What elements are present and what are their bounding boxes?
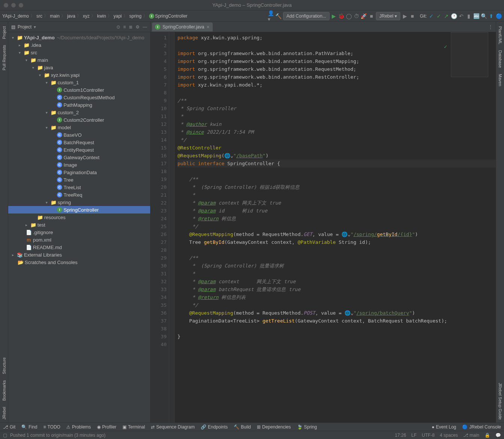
status-encoding[interactable]: UTF-8 (422, 433, 435, 438)
git-update-icon[interactable]: ✓ (428, 13, 434, 19)
git-history-icon[interactable]: 🕐 (451, 13, 457, 19)
project-tree[interactable]: ▾📁YApi-J_demo~/Documents/IdeaProjects/YA… (8, 32, 150, 423)
gear-icon[interactable]: ⚙ (136, 24, 140, 30)
tree-class-springcontroller[interactable]: I SpringController (8, 206, 150, 214)
tree-folder-model[interactable]: ▾📁model (8, 124, 150, 131)
git-rollback-icon[interactable]: ↶ (458, 13, 464, 19)
tool-build[interactable]: 🔨 Build (234, 424, 251, 430)
tree-class[interactable]: C Tree (8, 176, 150, 184)
tree-class[interactable]: C PathMapping (8, 101, 150, 109)
translate-icon[interactable]: 🔤 (473, 13, 479, 19)
tree-folder-test[interactable]: ▸📁test (8, 221, 150, 228)
tree-scratches[interactable]: 📂Scratches and Consoles (8, 258, 150, 266)
tree-class[interactable]: C TreeReq (8, 191, 150, 199)
close-window-icon[interactable] (4, 3, 8, 7)
tree-class[interactable]: C BatchRequest (8, 139, 150, 146)
close-tab-icon[interactable]: × (206, 24, 209, 30)
tree-file-readme[interactable]: 📄README.md (8, 243, 150, 251)
tool-find[interactable]: 🔍 Find (21, 424, 37, 430)
tree-folder-main[interactable]: ▾📁main (8, 56, 150, 64)
tree-class[interactable]: C PaginationData (8, 169, 150, 176)
tree-file-gitignore[interactable]: 📄.gitignore (8, 228, 150, 236)
tree-class[interactable]: C CustomRequestMethod (8, 94, 150, 101)
breadcrumb[interactable]: YApi-J_demo〉 src〉 main〉 java〉 xyz〉 kwin〉… (2, 13, 188, 19)
tree-folder-spring[interactable]: ▾📁spring (8, 199, 150, 206)
tree-folder-resources[interactable]: 📁resources (8, 214, 150, 221)
updates-icon[interactable]: ⬆ (488, 13, 494, 19)
debug-icon[interactable]: 🐞 (338, 13, 344, 19)
breadcrumb-item[interactable]: kwin (97, 13, 106, 19)
tool-dependencies[interactable]: ⊞ Dependencies (257, 424, 291, 430)
status-branch[interactable]: ⎇ main (463, 433, 479, 438)
tool-todo[interactable]: ≡ TODO (43, 424, 60, 430)
profile-icon[interactable]: ⏱ (353, 13, 359, 19)
tree-class[interactable]: C EntityRequest (8, 146, 150, 154)
tool-pull-requests[interactable]: Pull Requests (2, 45, 6, 70)
breadcrumb-item[interactable]: spring (129, 13, 142, 19)
breadcrumb-item[interactable]: java (67, 13, 75, 19)
status-lock-icon[interactable]: 🔒 (485, 433, 490, 438)
jrebel-toolbar-icon[interactable]: 🔵 (496, 13, 502, 19)
hide-icon[interactable]: — (143, 24, 147, 30)
tool-plantuml[interactable]: PlantUML (498, 26, 503, 44)
tool-endpoints[interactable]: 🔗 Endpoints (201, 424, 228, 430)
git-commit-icon[interactable]: ✓ (436, 13, 442, 19)
tool-bookmarks[interactable]: Bookmarks (2, 380, 6, 401)
run-jrebel-icon[interactable]: ▶ (402, 13, 408, 19)
tree-class[interactable]: C Image (8, 161, 150, 169)
tree-class[interactable]: C TreeList (8, 184, 150, 191)
select-opened-file-icon[interactable]: ⊙ (116, 24, 120, 30)
tool-project[interactable]: Project (2, 26, 6, 39)
coverage-icon[interactable]: ◯ (346, 13, 352, 19)
status-chat-icon[interactable]: 💬 (495, 433, 501, 438)
breadcrumb-item[interactable]: yapi (113, 13, 122, 19)
tool-event-log[interactable]: ● Event Log (432, 424, 456, 430)
git-push-icon[interactable]: ↗ (443, 13, 449, 19)
tool-sequence-diagram[interactable]: ⇄ Sequence Diagram (151, 424, 195, 430)
tree-class[interactable]: C BaseVO (8, 131, 150, 139)
tree-package[interactable]: ▾📁xyz.kwin.yapi (8, 71, 150, 79)
breadcrumb-item[interactable]: src (36, 13, 42, 19)
tool-jrebel-console[interactable]: 🔵 JRebel Console (462, 424, 501, 430)
tree-folder-idea[interactable]: ▸📁.idea (8, 41, 150, 49)
editor-body[interactable]: 1234567891011121314151617181920212223242… (151, 32, 496, 423)
collapse-all-icon[interactable]: ≣ (129, 24, 133, 30)
editor-menu-icon[interactable]: ⋮ (488, 24, 496, 30)
tool-profiler[interactable]: ◉ Profiler (97, 424, 116, 430)
expand-all-icon[interactable]: ≡ (123, 24, 126, 30)
tool-jrebel[interactable]: JRebel (2, 407, 6, 420)
tree-folder-src[interactable]: ▾📁src (8, 49, 150, 56)
zoom-window-icon[interactable] (19, 3, 23, 7)
stop-jrebel-icon[interactable]: ■ (409, 13, 415, 19)
breadcrumb-item[interactable]: YApi-J_demo (2, 13, 29, 19)
minimize-window-icon[interactable] (11, 3, 16, 7)
tree-folder-java[interactable]: ▾📁java (8, 64, 150, 71)
tool-windows-icon[interactable]: ▢ (3, 433, 7, 438)
tree-folder-custom2[interactable]: ▾📁custom_2 (8, 109, 150, 116)
editor-tab[interactable]: I SpringController.java × (152, 22, 213, 31)
jrebel-dropdown[interactable]: JRebel ▾ (376, 12, 400, 20)
tree-class[interactable]: I Custom2Controller (8, 116, 150, 124)
tool-database[interactable]: Database (498, 50, 503, 68)
breadcrumb-item[interactable]: xyz (83, 13, 89, 19)
tool-problems[interactable]: ⚠ Problems (66, 424, 91, 430)
tree-class[interactable]: C GatewayContext (8, 154, 150, 161)
tool-structure[interactable]: Structure (2, 357, 6, 374)
status-caret-pos[interactable]: 17:26 (395, 433, 406, 438)
tool-spring[interactable]: 🍃 Spring (297, 424, 317, 430)
stop-icon[interactable]: ■ (368, 13, 374, 19)
tool-terminal[interactable]: ▣ Terminal (122, 424, 145, 430)
breadcrumb-item[interactable]: SpringController (155, 13, 188, 19)
tool-jrebel-setup[interactable]: JRebel Setup Guide (498, 383, 503, 420)
fold-gutter[interactable] (169, 32, 174, 423)
no-problems-icon[interactable]: ✓ (444, 44, 449, 49)
tool-git[interactable]: ⎇ Git (3, 424, 15, 430)
run-icon[interactable]: ▶ (331, 13, 337, 19)
hammer-icon[interactable]: 🔨 (276, 13, 282, 19)
status-line-sep[interactable]: LF (412, 433, 417, 438)
tree-folder-custom1[interactable]: ▾📁custom_1 (8, 79, 150, 86)
user-icon[interactable]: 👤▾ (268, 13, 274, 19)
code-with-me-icon[interactable]: ▮ (466, 13, 472, 19)
tool-maven[interactable]: Maven (498, 74, 503, 86)
code-content[interactable]: package xyz.kwin.yapi.spring; import org… (174, 32, 496, 423)
